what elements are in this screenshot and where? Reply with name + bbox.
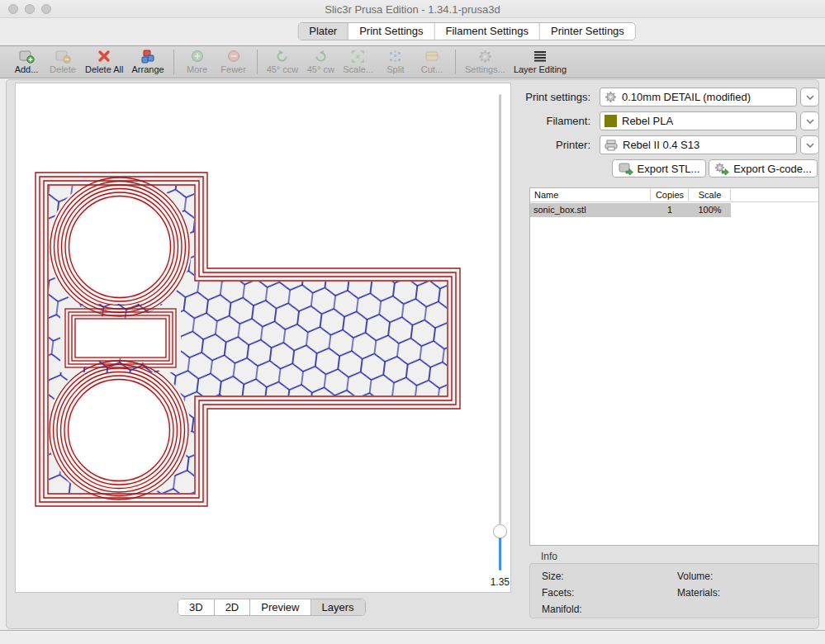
arrange-cubes-icon bbox=[140, 49, 155, 64]
cut-button[interactable]: Cut... bbox=[418, 49, 446, 74]
object-name: sonic_box.stl bbox=[533, 205, 586, 215]
arrange-button[interactable]: Arrange bbox=[131, 49, 164, 74]
more-label: More bbox=[187, 64, 207, 74]
fewer-copies-icon bbox=[227, 49, 240, 64]
rotate-cw-label: 45° cw bbox=[307, 64, 334, 74]
printer-dropdown-button[interactable] bbox=[800, 135, 819, 154]
delete-all-icon bbox=[97, 49, 111, 64]
filament-color-swatch bbox=[605, 115, 617, 127]
view-tab-layers[interactable]: Layers bbox=[311, 599, 365, 615]
info-size-label: Size: bbox=[542, 571, 564, 582]
filament-dropdown-button[interactable] bbox=[800, 111, 819, 130]
info-materials-label: Materials: bbox=[677, 587, 720, 599]
chevron-down-icon bbox=[806, 95, 814, 100]
filament-label: Filament: bbox=[483, 115, 590, 127]
plater-panel: 1.35 3D 2D Preview Layers Print settings… bbox=[6, 79, 819, 629]
object-copies: 1 bbox=[651, 205, 689, 215]
split-dots-icon bbox=[388, 49, 402, 64]
export-stl-button[interactable]: Export STL... bbox=[612, 159, 706, 178]
info-manifold-label: Manifold: bbox=[542, 604, 582, 615]
print-settings-label: Print settings: bbox=[483, 91, 590, 103]
layer-slider-knob[interactable] bbox=[493, 524, 507, 538]
rotate-cw-icon bbox=[314, 49, 328, 64]
column-divider bbox=[730, 189, 731, 201]
column-name[interactable]: Name bbox=[534, 190, 558, 200]
layer-preview-canvas[interactable]: 1.35 bbox=[15, 83, 511, 593]
column-divider bbox=[688, 189, 689, 201]
info-section-title: Info bbox=[541, 551, 557, 562]
scale-arrows-icon bbox=[351, 49, 365, 64]
delete-all-label: Delete All bbox=[85, 64, 123, 74]
filament-select[interactable]: Rebel PLA bbox=[600, 111, 797, 130]
scale-label: Scale... bbox=[343, 64, 373, 74]
fewer-label: Fewer bbox=[220, 64, 246, 74]
print-settings-value: 0.10mm DETAIL (modified) bbox=[622, 91, 751, 103]
export-stl-icon bbox=[619, 163, 633, 175]
object-scale: 100% bbox=[689, 205, 731, 215]
delete-button[interactable]: Delete bbox=[49, 49, 77, 74]
fewer-button[interactable]: Fewer bbox=[220, 49, 248, 74]
export-gcode-label: Export G-code... bbox=[733, 163, 812, 175]
export-gcode-icon bbox=[714, 163, 729, 175]
rotate-ccw-button[interactable]: 45° ccw bbox=[267, 49, 299, 74]
tab-filament-settings[interactable]: Filament Settings bbox=[435, 23, 540, 40]
view-tab-preview[interactable]: Preview bbox=[250, 599, 311, 615]
view-tab-3d[interactable]: 3D bbox=[178, 599, 215, 615]
column-scale[interactable]: Scale bbox=[689, 190, 731, 200]
layer-slider-track[interactable] bbox=[499, 94, 501, 524]
printer-select[interactable]: Rebel II 0.4 S13 bbox=[600, 135, 797, 154]
gear-icon bbox=[605, 91, 617, 103]
rotate-ccw-icon bbox=[275, 49, 289, 64]
rotate-cw-button[interactable]: 45° cw bbox=[306, 49, 334, 74]
tab-plater[interactable]: Plater bbox=[298, 23, 348, 40]
layer-slice-drawing bbox=[16, 83, 510, 592]
column-copies[interactable]: Copies bbox=[651, 190, 689, 200]
main-tab-bar: Plater Print Settings Filament Settings … bbox=[297, 22, 636, 40]
filament-value: Rebel PLA bbox=[622, 115, 673, 127]
cut-box-icon bbox=[424, 49, 439, 64]
cut-label: Cut... bbox=[421, 64, 443, 74]
more-button[interactable]: More bbox=[183, 49, 211, 74]
title-bar: Slic3r Prusa Edition - 1.34.1-prusa3d bbox=[0, 0, 825, 18]
delete-object-icon bbox=[55, 49, 71, 64]
toolbar: Add... Delete Delete All Arrange M bbox=[0, 45, 825, 78]
info-box: Size: Volume: Facets: Materials: Manifol… bbox=[529, 563, 819, 618]
print-settings-select[interactable]: 0.10mm DETAIL (modified) bbox=[600, 88, 797, 107]
info-facets-label: Facets: bbox=[542, 587, 574, 599]
tab-printer-settings[interactable]: Printer Settings bbox=[540, 23, 635, 40]
print-settings-dropdown-button[interactable] bbox=[800, 88, 819, 107]
add-object-icon bbox=[18, 49, 35, 64]
printer-value: Rebel II 0.4 S13 bbox=[623, 139, 699, 151]
layer-editing-button[interactable]: Layer Editing bbox=[514, 49, 567, 74]
toolbar-separator bbox=[257, 50, 258, 74]
tab-print-settings[interactable]: Print Settings bbox=[348, 23, 434, 40]
printer-icon bbox=[605, 140, 618, 151]
gear-icon bbox=[478, 49, 492, 64]
info-volume-label: Volume: bbox=[677, 571, 713, 582]
export-gcode-button[interactable]: Export G-code... bbox=[709, 159, 818, 178]
chevron-down-icon bbox=[806, 119, 814, 124]
chevron-down-icon bbox=[806, 143, 814, 148]
toolbar-separator bbox=[455, 50, 456, 74]
split-label: Split bbox=[386, 64, 404, 74]
add-button[interactable]: Add... bbox=[12, 49, 40, 74]
object-list-header: Name Copies Scale bbox=[530, 188, 818, 202]
settings-button[interactable]: Settings... bbox=[465, 49, 505, 74]
object-row-selected[interactable]: sonic_box.stl 1 100% bbox=[530, 203, 731, 217]
delete-all-button[interactable]: Delete All bbox=[85, 49, 123, 74]
layer-editing-label: Layer Editing bbox=[514, 64, 567, 74]
more-copies-icon bbox=[191, 49, 204, 64]
object-list[interactable]: Name Copies Scale sonic_box.stl 1 100% bbox=[529, 187, 819, 546]
layer-slider-value: 1.35 bbox=[477, 576, 510, 588]
settings-label: Settings... bbox=[465, 64, 505, 74]
delete-label: Delete bbox=[50, 64, 76, 74]
split-button[interactable]: Split bbox=[382, 49, 410, 74]
toolbar-separator bbox=[173, 50, 174, 74]
scale-button[interactable]: Scale... bbox=[343, 49, 373, 74]
window-title: Slic3r Prusa Edition - 1.34.1-prusa3d bbox=[0, 3, 825, 16]
layer-editing-icon bbox=[533, 49, 547, 64]
export-stl-label: Export STL... bbox=[638, 163, 700, 175]
arrange-label: Arrange bbox=[131, 64, 164, 74]
status-bar bbox=[0, 630, 825, 644]
view-tab-2d[interactable]: 2D bbox=[215, 599, 251, 615]
